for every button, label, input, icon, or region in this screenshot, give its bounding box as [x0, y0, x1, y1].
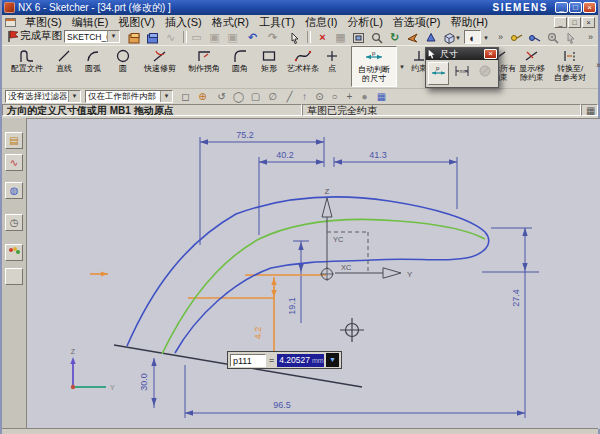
dim-top-width[interactable]: 75.2: [236, 130, 254, 140]
finish-sketch-button[interactable]: 完成草图: [6, 29, 62, 43]
selection-filter-combo[interactable]: 没有选择过滤器 ▼: [5, 90, 81, 103]
dim-active-value[interactable]: 4.2: [253, 327, 263, 340]
general-selection-icon[interactable]: ◻: [178, 90, 193, 103]
render-style-dropdown-icon[interactable]: ▼: [483, 35, 489, 41]
dim-origin-height[interactable]: 19.1: [287, 297, 297, 315]
combo-dropdown-icon[interactable]: ▼: [160, 91, 172, 102]
combo-dropdown-icon[interactable]: ▼: [107, 31, 119, 42]
dimension-palette-titlebar[interactable]: 尺寸 ×: [426, 48, 498, 60]
dim-tip-height[interactable]: 27.4: [511, 289, 521, 307]
dim-mid-right[interactable]: 41.3: [369, 150, 387, 160]
menu-sketch[interactable]: 草图(S): [20, 15, 67, 30]
dim-bottom-width[interactable]: 96.5: [273, 400, 291, 410]
drag-origin-crosshair-icon[interactable]: [340, 318, 364, 342]
dimension-value-input[interactable]: 4.20527mm: [277, 354, 324, 367]
mdi-minimize-button[interactable]: _: [554, 17, 567, 28]
menu-preferences[interactable]: 首选项(P): [388, 15, 446, 30]
fit-view-icon[interactable]: [350, 30, 367, 44]
menu-edit[interactable]: 编辑(E): [67, 15, 114, 30]
pan-icon[interactable]: [404, 30, 421, 44]
inferred-dimensions-button-active[interactable]: p 自动判断 的尺寸: [351, 46, 397, 87]
roles-icon[interactable]: [5, 244, 23, 261]
graphics-window[interactable]: 75.2 40.2 41.3 27.4 19.1 30.0 96.5 4.2: [26, 118, 600, 429]
line-snap-icon[interactable]: ╱: [282, 90, 297, 103]
studio-spline-button[interactable]: 艺术样条: [283, 48, 323, 74]
dimension-spinner-button[interactable]: ▼: [326, 353, 339, 367]
snap-point-icon[interactable]: [526, 30, 543, 44]
center-snap-icon[interactable]: ⊙: [312, 90, 327, 103]
camber-line-curve[interactable]: [162, 219, 485, 354]
rectangle-button[interactable]: 矩形: [255, 48, 283, 74]
history-icon[interactable]: ◷: [5, 214, 23, 231]
circle-snap-icon[interactable]: ◯: [231, 90, 246, 103]
make-corner-button[interactable]: 制作拐角: [183, 48, 225, 74]
palette-close-icon[interactable]: ×: [484, 49, 497, 59]
menu-help[interactable]: 帮助(H): [446, 15, 493, 30]
inner-profile-curve[interactable]: [175, 257, 471, 353]
dimension-parameter-input[interactable]: p111: [230, 354, 266, 367]
menu-insert[interactable]: 插入(S): [160, 15, 207, 30]
mdi-close-button[interactable]: ×: [582, 17, 595, 28]
empty-set-snap-icon[interactable]: ∅: [265, 90, 280, 103]
dim-left-height[interactable]: 30.0: [139, 373, 149, 391]
menu-analysis[interactable]: 分析(L): [342, 15, 387, 30]
dimension-palette[interactable]: 尺寸 × p mm: [425, 47, 499, 88]
menu-information[interactable]: 信息(I): [300, 15, 342, 30]
zoom-in-icon[interactable]: [544, 30, 561, 44]
menu-tools[interactable]: 工具(T): [254, 15, 300, 30]
open-part-icon[interactable]: [126, 30, 143, 44]
profile-button[interactable]: 配置文件: [5, 48, 49, 74]
arc-button[interactable]: 圆弧: [79, 48, 107, 74]
circle-center-snap-icon[interactable]: ○: [327, 90, 342, 103]
menu-view[interactable]: 视图(V): [113, 15, 160, 30]
line-button[interactable]: 直线: [49, 48, 79, 74]
assembly-navigator-icon[interactable]: ▤: [5, 132, 23, 149]
selection-scope-combo[interactable]: 仅在工作部件内部 ▼: [85, 90, 173, 103]
constraint-navigator-icon[interactable]: ∿: [5, 154, 23, 171]
solid-snap-icon[interactable]: ▦: [374, 90, 389, 103]
fillet-button[interactable]: 圆角: [225, 48, 255, 74]
render-style-button-pressed[interactable]: ◐: [464, 30, 481, 44]
combo-dropdown-icon[interactable]: ▼: [68, 91, 80, 102]
rotate-view-icon[interactable]: ↻: [386, 30, 403, 44]
close-button[interactable]: ×: [583, 2, 596, 13]
sphere-snap-icon[interactable]: ●: [357, 90, 372, 103]
undo-icon[interactable]: ↶: [244, 30, 261, 44]
sketch-name-combo[interactable]: SKETCH_004 ▼: [64, 30, 120, 43]
show-remove-constraints-button[interactable]: 显示/移 除约束: [514, 48, 550, 82]
status-grid-icon[interactable]: ▦: [581, 104, 598, 116]
convert-to-reference-button[interactable]: 转换至/ 自参考对: [550, 48, 590, 82]
quick-trim-button[interactable]: 快速修剪: [139, 48, 181, 74]
snap-point-toggle-icon[interactable]: ⊕: [195, 90, 210, 103]
rollback-icon[interactable]: ↺: [214, 90, 229, 103]
circle-button[interactable]: 圆: [107, 48, 139, 74]
resource-bar: ▤ ∿ ◍ ◷: [2, 118, 27, 429]
outer-profile-curve[interactable]: [127, 197, 489, 346]
toolbar-overflow-chevron[interactable]: »: [492, 30, 509, 44]
display-part-icon[interactable]: [144, 30, 161, 44]
snap-handle-icon[interactable]: [508, 30, 525, 44]
dimension-dropdown-icon[interactable]: ▼: [399, 64, 405, 70]
toolbar-overflow-chevron[interactable]: »: [590, 58, 600, 72]
maximize-button[interactable]: □: [569, 2, 582, 13]
rectangle-snap-icon[interactable]: ▢: [248, 90, 263, 103]
part-navigator-icon[interactable]: ◍: [5, 182, 23, 199]
selection-cursor-icon[interactable]: [286, 30, 303, 44]
resource-blank-button[interactable]: [5, 268, 23, 285]
horizontal-dimension-tool[interactable]: mm: [451, 62, 472, 85]
inferred-dimension-tool[interactable]: p: [428, 62, 449, 85]
zoom-icon[interactable]: [368, 30, 385, 44]
delete-icon[interactable]: ×: [314, 30, 331, 44]
standard-toolbar: 完成草图 SKETCH_004 ▼ ∿ ▭ ▣ ▣ ↶ ↷ × ▦ ↻: [2, 29, 598, 45]
dim-mid-left[interactable]: 40.2: [276, 150, 294, 160]
point-snap-icon[interactable]: +: [342, 90, 357, 103]
endpoint-snap-icon[interactable]: ↑: [297, 90, 312, 103]
mdi-restore-button[interactable]: □: [568, 17, 581, 28]
point-button[interactable]: 点: [321, 48, 343, 74]
menu-format[interactable]: 格式(R): [207, 15, 254, 30]
toolbar-overflow-chevron[interactable]: »: [582, 30, 599, 44]
minimize-button[interactable]: _: [555, 2, 568, 13]
perspective-icon[interactable]: [422, 30, 439, 44]
dimension-edit-box[interactable]: p111 = 4.20527mm ▼: [227, 351, 342, 369]
view-dropdown-icon[interactable]: ▼: [455, 35, 461, 41]
